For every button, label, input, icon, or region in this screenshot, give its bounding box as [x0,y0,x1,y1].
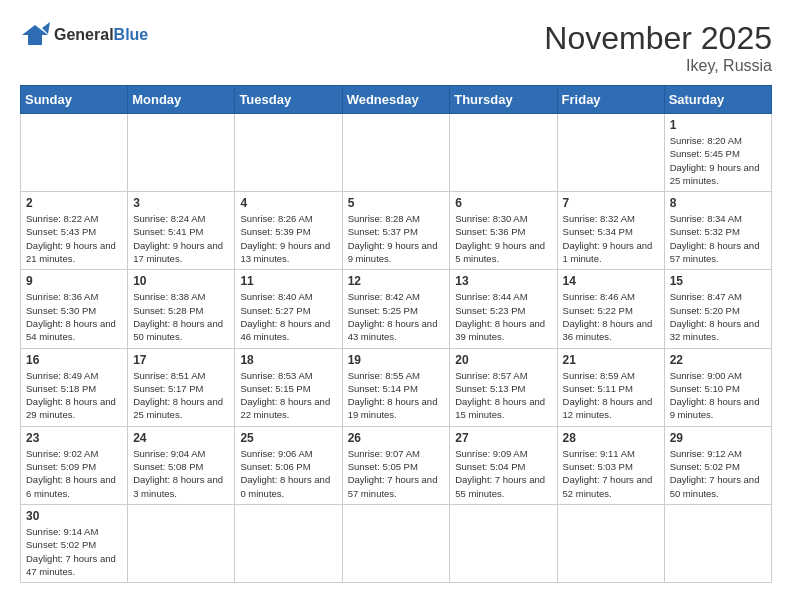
calendar-table: SundayMondayTuesdayWednesdayThursdayFrid… [20,85,772,583]
calendar-cell: 6Sunrise: 8:30 AM Sunset: 5:36 PM Daylig… [450,192,557,270]
day-info: Sunrise: 8:24 AM Sunset: 5:41 PM Dayligh… [133,212,229,265]
day-number: 9 [26,274,122,288]
calendar-cell [342,114,450,192]
calendar-cell: 15Sunrise: 8:47 AM Sunset: 5:20 PM Dayli… [664,270,771,348]
weekday-header: Friday [557,86,664,114]
day-info: Sunrise: 8:36 AM Sunset: 5:30 PM Dayligh… [26,290,122,343]
logo-general-text: General [54,26,114,43]
weekday-header: Wednesday [342,86,450,114]
calendar-cell: 28Sunrise: 9:11 AM Sunset: 5:03 PM Dayli… [557,426,664,504]
month-title: November 2025 [544,20,772,57]
weekday-header: Sunday [21,86,128,114]
calendar-week-row: 9Sunrise: 8:36 AM Sunset: 5:30 PM Daylig… [21,270,772,348]
calendar-week-row: 16Sunrise: 8:49 AM Sunset: 5:18 PM Dayli… [21,348,772,426]
calendar-cell [235,504,342,582]
calendar-cell: 3Sunrise: 8:24 AM Sunset: 5:41 PM Daylig… [128,192,235,270]
day-number: 10 [133,274,229,288]
day-number: 27 [455,431,551,445]
calendar-cell: 13Sunrise: 8:44 AM Sunset: 5:23 PM Dayli… [450,270,557,348]
calendar-cell: 26Sunrise: 9:07 AM Sunset: 5:05 PM Dayli… [342,426,450,504]
calendar-cell: 2Sunrise: 8:22 AM Sunset: 5:43 PM Daylig… [21,192,128,270]
calendar-cell: 5Sunrise: 8:28 AM Sunset: 5:37 PM Daylig… [342,192,450,270]
day-info: Sunrise: 8:40 AM Sunset: 5:27 PM Dayligh… [240,290,336,343]
calendar-cell: 19Sunrise: 8:55 AM Sunset: 5:14 PM Dayli… [342,348,450,426]
calendar-cell [342,504,450,582]
calendar-cell: 23Sunrise: 9:02 AM Sunset: 5:09 PM Dayli… [21,426,128,504]
day-number: 24 [133,431,229,445]
calendar-cell: 25Sunrise: 9:06 AM Sunset: 5:06 PM Dayli… [235,426,342,504]
day-info: Sunrise: 8:26 AM Sunset: 5:39 PM Dayligh… [240,212,336,265]
calendar-cell: 12Sunrise: 8:42 AM Sunset: 5:25 PM Dayli… [342,270,450,348]
calendar-cell: 10Sunrise: 8:38 AM Sunset: 5:28 PM Dayli… [128,270,235,348]
day-number: 3 [133,196,229,210]
calendar-cell [128,504,235,582]
day-number: 21 [563,353,659,367]
calendar-week-row: 1Sunrise: 8:20 AM Sunset: 5:45 PM Daylig… [21,114,772,192]
day-info: Sunrise: 9:12 AM Sunset: 5:02 PM Dayligh… [670,447,766,500]
day-info: Sunrise: 8:53 AM Sunset: 5:15 PM Dayligh… [240,369,336,422]
calendar-cell: 1Sunrise: 8:20 AM Sunset: 5:45 PM Daylig… [664,114,771,192]
day-number: 6 [455,196,551,210]
day-info: Sunrise: 9:07 AM Sunset: 5:05 PM Dayligh… [348,447,445,500]
day-info: Sunrise: 8:22 AM Sunset: 5:43 PM Dayligh… [26,212,122,265]
day-number: 8 [670,196,766,210]
weekday-header-row: SundayMondayTuesdayWednesdayThursdayFrid… [21,86,772,114]
day-number: 19 [348,353,445,367]
day-number: 12 [348,274,445,288]
day-info: Sunrise: 8:46 AM Sunset: 5:22 PM Dayligh… [563,290,659,343]
day-number: 4 [240,196,336,210]
logo-blue-text: Blue [114,26,149,43]
calendar-cell [235,114,342,192]
calendar-cell: 27Sunrise: 9:09 AM Sunset: 5:04 PM Dayli… [450,426,557,504]
day-info: Sunrise: 8:57 AM Sunset: 5:13 PM Dayligh… [455,369,551,422]
day-number: 1 [670,118,766,132]
day-info: Sunrise: 8:30 AM Sunset: 5:36 PM Dayligh… [455,212,551,265]
day-info: Sunrise: 9:14 AM Sunset: 5:02 PM Dayligh… [26,525,122,578]
day-number: 26 [348,431,445,445]
title-block: November 2025 Ikey, Russia [544,20,772,75]
day-number: 16 [26,353,122,367]
calendar-week-row: 30Sunrise: 9:14 AM Sunset: 5:02 PM Dayli… [21,504,772,582]
weekday-header: Tuesday [235,86,342,114]
day-info: Sunrise: 8:38 AM Sunset: 5:28 PM Dayligh… [133,290,229,343]
day-number: 15 [670,274,766,288]
day-info: Sunrise: 8:44 AM Sunset: 5:23 PM Dayligh… [455,290,551,343]
calendar-cell: 17Sunrise: 8:51 AM Sunset: 5:17 PM Dayli… [128,348,235,426]
calendar-cell [557,114,664,192]
day-info: Sunrise: 8:47 AM Sunset: 5:20 PM Dayligh… [670,290,766,343]
weekday-header: Thursday [450,86,557,114]
calendar-cell: 9Sunrise: 8:36 AM Sunset: 5:30 PM Daylig… [21,270,128,348]
calendar-cell: 30Sunrise: 9:14 AM Sunset: 5:02 PM Dayli… [21,504,128,582]
calendar-cell [21,114,128,192]
day-number: 22 [670,353,766,367]
calendar-cell: 4Sunrise: 8:26 AM Sunset: 5:39 PM Daylig… [235,192,342,270]
calendar-week-row: 23Sunrise: 9:02 AM Sunset: 5:09 PM Dayli… [21,426,772,504]
day-number: 18 [240,353,336,367]
calendar-cell: 18Sunrise: 8:53 AM Sunset: 5:15 PM Dayli… [235,348,342,426]
day-info: Sunrise: 8:59 AM Sunset: 5:11 PM Dayligh… [563,369,659,422]
calendar-cell: 16Sunrise: 8:49 AM Sunset: 5:18 PM Dayli… [21,348,128,426]
calendar-cell: 14Sunrise: 8:46 AM Sunset: 5:22 PM Dayli… [557,270,664,348]
day-info: Sunrise: 9:06 AM Sunset: 5:06 PM Dayligh… [240,447,336,500]
logo-wrapper: GeneralBlue [20,20,148,50]
day-info: Sunrise: 9:11 AM Sunset: 5:03 PM Dayligh… [563,447,659,500]
calendar-cell: 21Sunrise: 8:59 AM Sunset: 5:11 PM Dayli… [557,348,664,426]
location: Ikey, Russia [544,57,772,75]
calendar-cell [557,504,664,582]
calendar-cell: 20Sunrise: 8:57 AM Sunset: 5:13 PM Dayli… [450,348,557,426]
day-info: Sunrise: 8:32 AM Sunset: 5:34 PM Dayligh… [563,212,659,265]
logo: GeneralBlue [20,20,148,50]
day-number: 13 [455,274,551,288]
day-number: 14 [563,274,659,288]
day-info: Sunrise: 9:09 AM Sunset: 5:04 PM Dayligh… [455,447,551,500]
calendar-cell: 7Sunrise: 8:32 AM Sunset: 5:34 PM Daylig… [557,192,664,270]
day-number: 30 [26,509,122,523]
calendar-cell [664,504,771,582]
day-number: 23 [26,431,122,445]
day-number: 11 [240,274,336,288]
weekday-header: Saturday [664,86,771,114]
day-info: Sunrise: 8:20 AM Sunset: 5:45 PM Dayligh… [670,134,766,187]
day-info: Sunrise: 8:55 AM Sunset: 5:14 PM Dayligh… [348,369,445,422]
day-number: 7 [563,196,659,210]
day-info: Sunrise: 8:34 AM Sunset: 5:32 PM Dayligh… [670,212,766,265]
